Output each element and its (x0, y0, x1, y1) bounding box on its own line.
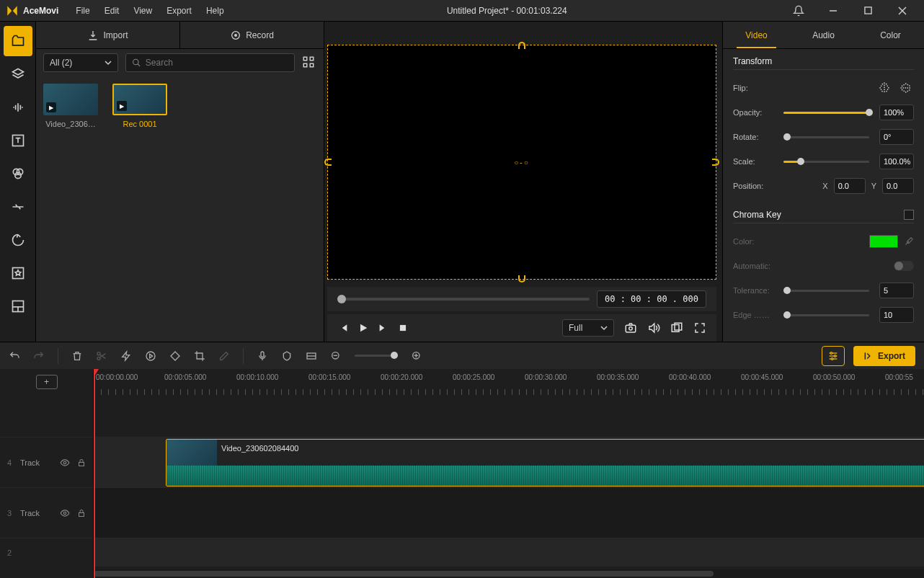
track-lane[interactable] (94, 538, 924, 566)
stop-button[interactable] (398, 323, 408, 333)
playhead[interactable] (94, 369, 95, 578)
close-button[interactable] (887, 0, 918, 22)
resize-handle-right[interactable] (712, 159, 719, 166)
track-lock-toggle[interactable] (77, 458, 86, 467)
rail-media[interactable] (4, 26, 32, 56)
media-panel: Import Record All (2) ▶ Video_2306… (36, 22, 324, 342)
media-filter-label: All (2) (50, 58, 72, 68)
rotate-slider[interactable] (783, 136, 869, 138)
resize-handle-left[interactable] (324, 159, 332, 166)
undo-button[interactable] (9, 350, 20, 362)
svg-rect-19 (310, 63, 314, 67)
media-search[interactable] (125, 53, 295, 72)
tab-import[interactable]: Import (36, 22, 180, 48)
preview-scrub-slider[interactable] (337, 298, 590, 301)
keyframe-button[interactable] (169, 350, 181, 362)
fullscreen-button[interactable] (693, 321, 706, 334)
rail-split[interactable] (4, 291, 32, 321)
add-track-button[interactable]: + (36, 375, 58, 389)
view-grid-icon[interactable] (302, 55, 316, 70)
svg-point-42 (63, 461, 66, 464)
detach-preview-button[interactable] (670, 321, 683, 334)
menu-file[interactable]: File (68, 0, 97, 22)
track-visibility-toggle[interactable] (60, 458, 70, 468)
menu-view[interactable]: View (126, 0, 159, 22)
media-item[interactable]: ▶ Video_2306… (43, 84, 98, 128)
chroma-color-swatch[interactable] (869, 235, 898, 248)
opacity-slider[interactable] (783, 112, 869, 114)
fit-dropdown[interactable]: Full (562, 319, 614, 337)
minimize-button[interactable] (817, 0, 849, 22)
voiceover-button[interactable] (257, 350, 268, 362)
track-number: 4 (7, 458, 13, 467)
play-button[interactable] (357, 322, 369, 334)
svg-point-44 (63, 512, 66, 515)
tolerance-value[interactable]: 5 (879, 283, 914, 298)
snapshot-button[interactable] (624, 321, 637, 334)
maximize-button[interactable] (852, 0, 884, 22)
preview-canvas[interactable]: ○-○ (327, 45, 716, 280)
timeline-ruler[interactable]: 00:00:00.000 00:00:05.000 00:00:10.000 0… (94, 369, 924, 395)
adjustments-button[interactable] (822, 346, 845, 366)
menu-edit[interactable]: Edit (97, 0, 127, 22)
resize-handle-top[interactable] (518, 42, 525, 49)
menu-help[interactable]: Help (199, 0, 231, 22)
media-item[interactable]: ▶ Rec 0001 (112, 84, 167, 128)
notifications-icon[interactable] (783, 0, 814, 22)
prop-tab-audio[interactable]: Audio (790, 22, 857, 48)
edge-slider[interactable] (783, 314, 869, 316)
chroma-enable-checkbox[interactable] (904, 210, 914, 220)
track-visibility-toggle[interactable] (60, 508, 70, 518)
menu-export[interactable]: Export (159, 0, 199, 22)
next-frame-button[interactable] (378, 322, 389, 334)
pos-x-input[interactable]: 0.0 (834, 178, 866, 194)
delete-button[interactable] (71, 350, 83, 362)
media-filter-dropdown[interactable]: All (2) (43, 53, 118, 72)
prev-frame-button[interactable] (337, 322, 349, 334)
flip-vertical-button[interactable] (898, 80, 914, 96)
rail-animations[interactable] (4, 225, 32, 255)
export-button[interactable]: Export (853, 346, 915, 366)
track-lane[interactable] (94, 487, 924, 538)
svg-rect-23 (672, 325, 679, 332)
edit-button[interactable] (218, 350, 230, 362)
opacity-value[interactable]: 100% (879, 105, 914, 120)
chroma-auto-toggle[interactable] (894, 261, 914, 271)
resize-handle-bottom[interactable] (518, 275, 525, 283)
zoom-out-button[interactable] (330, 350, 342, 362)
rail-audio[interactable] (4, 92, 32, 123)
edge-value[interactable]: 10 (879, 307, 914, 323)
rail-filters[interactable] (4, 159, 32, 189)
reverse-button[interactable] (145, 350, 156, 362)
volume-button[interactable] (647, 321, 660, 334)
tolerance-slider[interactable] (783, 290, 869, 292)
zoom-slider[interactable] (355, 355, 398, 357)
preview-timecode[interactable]: 00 : 00 : 00 . 000 (597, 290, 706, 308)
crop-button[interactable] (194, 350, 205, 362)
rail-stock[interactable] (4, 59, 32, 89)
prop-tab-video[interactable]: Video (723, 22, 790, 48)
rotate-value[interactable]: 0° (879, 129, 914, 145)
tab-record[interactable]: Record (180, 22, 324, 48)
pos-y-input[interactable]: 0.0 (882, 178, 914, 194)
split-button[interactable] (96, 350, 107, 362)
search-input[interactable] (146, 58, 288, 68)
scale-value[interactable]: 100.0% (879, 154, 914, 169)
flip-horizontal-button[interactable] (876, 80, 892, 96)
rail-transitions[interactable] (4, 192, 32, 222)
eyedropper-icon[interactable] (904, 236, 914, 246)
redo-button[interactable] (33, 350, 45, 362)
speed-button[interactable] (120, 350, 132, 362)
scale-slider[interactable] (783, 161, 869, 163)
track-lane[interactable]: Video_230602084400 (94, 437, 924, 487)
zoom-in-button[interactable] (411, 350, 422, 362)
marker-button[interactable] (281, 350, 293, 362)
timeline-tracks-area[interactable]: 00:00:00.000 00:00:05.000 00:00:10.000 0… (94, 369, 924, 578)
clip[interactable]: Video_230602084400 (166, 439, 924, 486)
rail-text[interactable] (4, 125, 32, 156)
aspect-button[interactable] (306, 350, 317, 362)
rail-elements[interactable] (4, 258, 32, 288)
prop-tab-color[interactable]: Color (857, 22, 924, 48)
track-lock-toggle[interactable] (77, 509, 86, 517)
timeline-scrollbar[interactable] (94, 569, 924, 578)
